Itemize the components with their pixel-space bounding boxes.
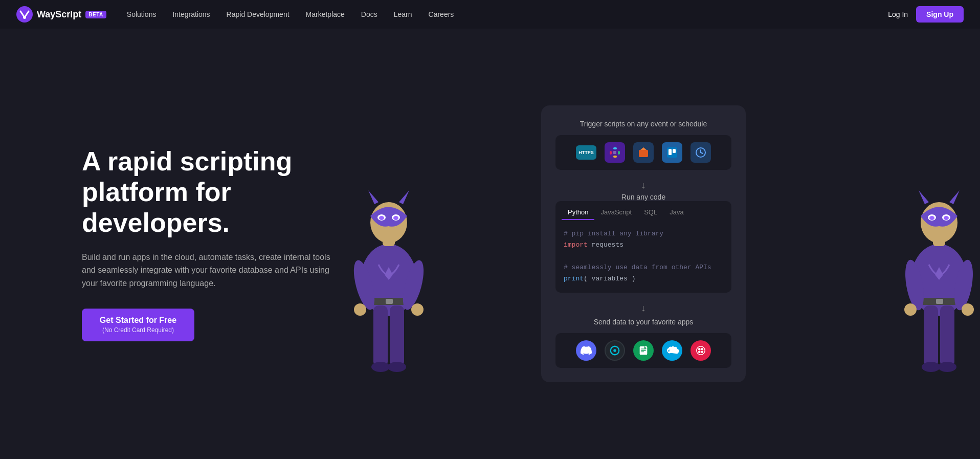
svg-point-6 <box>388 362 406 372</box>
code-line-3: # seamlessly use data from other APIs <box>564 264 711 271</box>
nav-link-solutions[interactable]: Solutions <box>127 10 157 18</box>
svg-point-17 <box>379 216 384 220</box>
nav-link-integrations[interactable]: Integrations <box>172 10 210 18</box>
github-icon <box>605 340 625 361</box>
discord-icon <box>576 340 596 361</box>
wayscript-logo-icon <box>16 6 33 23</box>
tab-java[interactable]: Java <box>663 205 689 220</box>
code-line-1: # pip install any library <box>564 230 663 237</box>
svg-point-40 <box>697 346 705 355</box>
code-block: # pip install any library import request… <box>555 220 731 293</box>
tab-python[interactable]: Python <box>562 205 594 220</box>
nav-logo-text: WayScript <box>37 9 81 20</box>
nav-actions: Log In Sign Up <box>888 6 964 23</box>
svg-point-42 <box>701 348 703 351</box>
svg-text:sf: sf <box>668 349 671 352</box>
svg-rect-23 <box>613 156 617 158</box>
svg-rect-21 <box>613 147 617 149</box>
code-import-requests: requests <box>588 241 623 249</box>
salesforce-icon: sf <box>662 340 682 361</box>
svg-point-43 <box>698 351 701 354</box>
cta-label: Get Started for Free <box>100 316 176 324</box>
svg-point-55 <box>962 303 974 316</box>
cta-sublabel: (No Credit Card Required) <box>102 326 174 334</box>
nav-logo[interactable]: WayScript BETA <box>16 6 106 23</box>
svg-point-5 <box>371 362 390 372</box>
svg-point-34 <box>613 349 616 352</box>
svg-rect-36 <box>641 349 645 349</box>
tab-javascript[interactable]: JavaScript <box>594 205 638 220</box>
svg-point-44 <box>701 351 703 354</box>
nav-beta-badge: BETA <box>85 11 106 18</box>
svg-line-32 <box>701 152 703 154</box>
nav-link-learn[interactable]: Learn <box>394 10 412 18</box>
trigger-bar: HTTPS <box>555 135 731 170</box>
webhook-icon <box>633 142 654 163</box>
svg-rect-28 <box>669 149 672 155</box>
nav-link-rapid-development[interactable]: Rapid Development <box>227 10 289 18</box>
slack-icon <box>605 142 625 163</box>
sheets-icon <box>633 340 654 361</box>
svg-rect-37 <box>641 350 645 351</box>
demo-card: Trigger scripts on any event or schedule… <box>541 105 746 382</box>
code-print-func: print <box>564 275 584 282</box>
svg-point-48 <box>922 362 940 372</box>
run-label: Run any code <box>555 193 731 201</box>
character-left <box>338 167 440 423</box>
character-right <box>888 167 980 423</box>
svg-rect-4 <box>390 305 404 367</box>
code-keyword-import: import <box>564 241 588 249</box>
code-print-args: ( variables ) <box>584 275 635 282</box>
svg-point-18 <box>393 216 398 220</box>
output-section: Send data to your favorite apps <box>555 318 731 368</box>
svg-rect-46 <box>924 305 938 367</box>
hero-section: A rapid scripting platform for developer… <box>0 29 980 459</box>
svg-rect-24 <box>613 151 616 154</box>
svg-rect-8 <box>386 299 393 304</box>
nav-links: Solutions Integrations Rapid Development… <box>127 10 888 18</box>
hero-title: A rapid scripting platform for developer… <box>82 146 348 238</box>
nav-link-marketplace[interactable]: Marketplace <box>306 10 345 18</box>
svg-point-11 <box>354 303 366 316</box>
navbar: WayScript BETA Solutions Integrations Ra… <box>0 0 980 29</box>
output-label: Send data to your favorite apps <box>555 318 731 326</box>
svg-rect-3 <box>373 305 388 367</box>
login-button[interactable]: Log In <box>888 10 908 18</box>
signup-button[interactable]: Sign Up <box>916 6 964 23</box>
trigger-label: Trigger scripts on any event or schedule <box>555 120 731 128</box>
trello-icon <box>662 142 682 163</box>
svg-rect-38 <box>641 352 644 352</box>
svg-point-60 <box>929 216 934 220</box>
svg-rect-25 <box>639 150 648 157</box>
arrow-down-2: ↓ <box>555 303 731 314</box>
schedule-icon <box>691 142 711 163</box>
hero-left: A rapid scripting platform for developer… <box>82 146 348 341</box>
hero-character-left-svg <box>338 167 440 423</box>
svg-point-54 <box>904 303 917 316</box>
code-section: Run any code Python JavaScript SQL Java … <box>555 193 731 293</box>
hero-character-right-svg <box>888 167 980 423</box>
code-tabs: Python JavaScript SQL Java <box>555 201 731 220</box>
apps-bar: sf <box>555 333 731 368</box>
svg-point-0 <box>16 6 33 23</box>
arrow-down-1: ↓ <box>555 180 731 191</box>
svg-marker-26 <box>640 147 647 150</box>
svg-rect-51 <box>936 299 943 304</box>
svg-rect-20 <box>610 151 612 155</box>
svg-point-12 <box>411 303 424 316</box>
hero-right: Trigger scripts on any event or schedule… <box>348 65 939 423</box>
svg-point-61 <box>944 216 949 220</box>
hero-description: Build and run apps in the cloud, automat… <box>82 251 338 290</box>
svg-point-41 <box>698 348 701 351</box>
tab-sql[interactable]: SQL <box>638 205 663 220</box>
twilio-icon <box>691 340 711 361</box>
svg-point-49 <box>938 362 956 372</box>
https-icon: HTTPS <box>576 145 596 160</box>
svg-rect-47 <box>940 305 954 367</box>
svg-point-1 <box>23 16 26 19</box>
svg-rect-29 <box>673 149 676 153</box>
svg-rect-22 <box>618 151 620 155</box>
nav-link-careers[interactable]: Careers <box>429 10 454 18</box>
cta-button[interactable]: Get Started for Free (No Credit Card Req… <box>82 309 194 341</box>
nav-link-docs[interactable]: Docs <box>361 10 377 18</box>
